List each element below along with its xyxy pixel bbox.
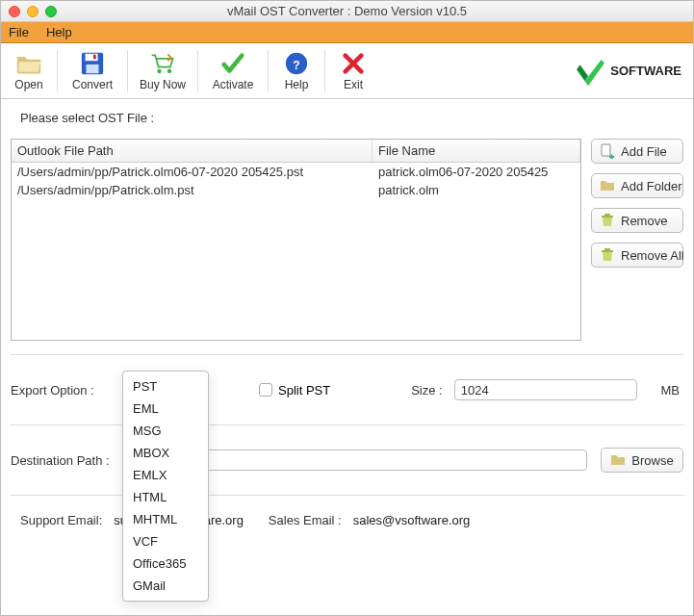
export-option-label: Export Option : bbox=[11, 383, 122, 398]
window-title: vMail OST Converter : Demo Version v10.5 bbox=[9, 4, 685, 18]
toolbar-activate-label: Activate bbox=[213, 78, 254, 91]
toolbar-help-label: Help bbox=[285, 78, 309, 91]
remove-icon bbox=[600, 213, 615, 228]
browse-label: Browse bbox=[631, 453, 673, 468]
export-option-eml[interactable]: EML bbox=[123, 398, 208, 420]
side-buttons: Add File Add Folder Remove Remove All bbox=[591, 139, 683, 341]
split-pst-checkbox[interactable]: Split PST bbox=[259, 383, 330, 398]
toolbar-activate[interactable]: Activate bbox=[198, 47, 268, 95]
file-table: Outlook File Path File Name /Users/admin… bbox=[11, 139, 581, 341]
question-icon: ? bbox=[283, 51, 310, 76]
checkmark-icon bbox=[219, 51, 246, 76]
split-pst-label: Split PST bbox=[278, 383, 330, 398]
svg-rect-12 bbox=[604, 248, 610, 250]
toolbar-help[interactable]: ? Help bbox=[269, 47, 324, 95]
open-folder-icon bbox=[15, 51, 42, 76]
add-folder-label: Add Folder bbox=[621, 179, 682, 193]
app-window: vMail OST Converter : Demo Version v10.5… bbox=[0, 0, 694, 616]
export-option-mhtml[interactable]: MHTML bbox=[123, 508, 208, 530]
save-disk-icon bbox=[79, 51, 106, 76]
col-path[interactable]: Outlook File Path bbox=[12, 140, 373, 162]
cell-path: /Users/admin/pp/Patrick.olm.pst bbox=[17, 183, 378, 197]
table-body: /Users/admin/pp/Patrick.olm06-07-2020 20… bbox=[12, 163, 580, 340]
toolbar-open-label: Open bbox=[14, 78, 42, 91]
menu-help[interactable]: Help bbox=[46, 25, 72, 39]
cell-name: patrick.olm06-07-2020 205425 bbox=[378, 165, 575, 179]
export-option-vcf[interactable]: VCF bbox=[123, 530, 208, 552]
toolbar: Open Convert Buy Now Activate ? Help bbox=[1, 43, 693, 99]
col-name[interactable]: File Name bbox=[373, 140, 580, 162]
toolbar-exit[interactable]: Exit bbox=[325, 47, 381, 95]
footer: Support Email: support@vsoftware.org Sal… bbox=[11, 509, 683, 527]
menubar: File Help bbox=[1, 22, 693, 43]
export-option-msg[interactable]: MSG bbox=[123, 420, 208, 442]
table-header: Outlook File Path File Name bbox=[12, 140, 580, 163]
export-option-mbox[interactable]: MBOX bbox=[123, 442, 208, 464]
menu-file[interactable]: File bbox=[9, 25, 29, 39]
add-folder-icon bbox=[600, 178, 615, 193]
close-window-icon[interactable] bbox=[9, 6, 20, 17]
sales-email-label: Sales Email : bbox=[269, 513, 342, 527]
svg-text:?: ? bbox=[293, 58, 299, 71]
remove-button[interactable]: Remove bbox=[591, 208, 683, 233]
svg-rect-11 bbox=[602, 250, 613, 252]
toolbar-open[interactable]: Open bbox=[1, 47, 57, 95]
svg-point-5 bbox=[167, 68, 171, 72]
svg-rect-9 bbox=[602, 216, 613, 218]
size-input[interactable] bbox=[454, 379, 637, 400]
toolbar-buynow[interactable]: Buy Now bbox=[128, 47, 197, 95]
svg-point-4 bbox=[157, 68, 161, 72]
export-option-gmail[interactable]: GMail bbox=[123, 575, 208, 597]
cell-path: /Users/admin/pp/Patrick.olm06-07-2020 20… bbox=[17, 165, 378, 179]
toolbar-exit-label: Exit bbox=[344, 78, 363, 91]
browse-button[interactable]: Browse bbox=[601, 448, 683, 473]
svg-rect-8 bbox=[602, 144, 610, 156]
export-option-emlx[interactable]: EMLX bbox=[123, 464, 208, 486]
remove-all-label: Remove All bbox=[621, 248, 684, 263]
export-format-dropdown[interactable]: PSTEMLMSGMBOXEMLXHTMLMHTMLVCFOffice365GM… bbox=[122, 371, 209, 602]
destination-row: Destination Path : Browse bbox=[11, 439, 683, 481]
checkbox-box-icon bbox=[259, 383, 272, 397]
sales-email: sales@vsoftware.org bbox=[353, 513, 471, 527]
size-unit: MB bbox=[661, 383, 681, 398]
svg-rect-10 bbox=[604, 214, 610, 216]
export-option-pst[interactable]: PST bbox=[123, 375, 208, 398]
brand-text: SOFTWARE bbox=[610, 64, 681, 78]
svg-rect-2 bbox=[87, 64, 99, 72]
svg-rect-3 bbox=[93, 54, 96, 59]
cart-icon bbox=[149, 51, 176, 76]
export-row: Export Option : Split PST Size : MB bbox=[11, 369, 683, 411]
content-area: Please select OST File : Outlook File Pa… bbox=[1, 99, 693, 615]
browse-folder-icon bbox=[610, 452, 626, 468]
minimize-window-icon[interactable] bbox=[27, 6, 39, 17]
cell-name: patrick.olm bbox=[378, 183, 575, 197]
table-row[interactable]: /Users/admin/pp/Patrick.olm.pst patrick.… bbox=[12, 181, 580, 199]
table-row[interactable]: /Users/admin/pp/Patrick.olm06-07-2020 20… bbox=[12, 163, 580, 181]
add-file-button[interactable]: Add File bbox=[591, 139, 683, 164]
brand-logo: SOFTWARE bbox=[572, 55, 693, 88]
toolbar-buynow-label: Buy Now bbox=[140, 78, 186, 91]
export-option-html[interactable]: HTML bbox=[123, 486, 208, 508]
select-file-prompt: Please select OST File : bbox=[11, 107, 683, 131]
remove-all-button[interactable]: Remove All bbox=[591, 243, 683, 268]
traffic-lights bbox=[9, 6, 57, 17]
zoom-window-icon[interactable] bbox=[45, 6, 57, 17]
brand-check-icon bbox=[572, 55, 604, 88]
remove-all-icon bbox=[600, 247, 615, 263]
toolbar-convert[interactable]: Convert bbox=[58, 47, 127, 95]
close-x-icon bbox=[340, 51, 367, 76]
remove-label: Remove bbox=[621, 214, 667, 228]
toolbar-convert-label: Convert bbox=[72, 78, 113, 91]
titlebar: vMail OST Converter : Demo Version v10.5 bbox=[1, 1, 693, 22]
add-file-label: Add File bbox=[621, 144, 667, 159]
export-option-office365[interactable]: Office365 bbox=[123, 552, 208, 575]
size-label: Size : bbox=[411, 383, 443, 398]
support-email-label: Support Email: bbox=[20, 513, 102, 527]
add-file-icon bbox=[600, 143, 615, 159]
destination-label: Destination Path : bbox=[11, 453, 128, 468]
add-folder-button[interactable]: Add Folder bbox=[591, 173, 683, 198]
